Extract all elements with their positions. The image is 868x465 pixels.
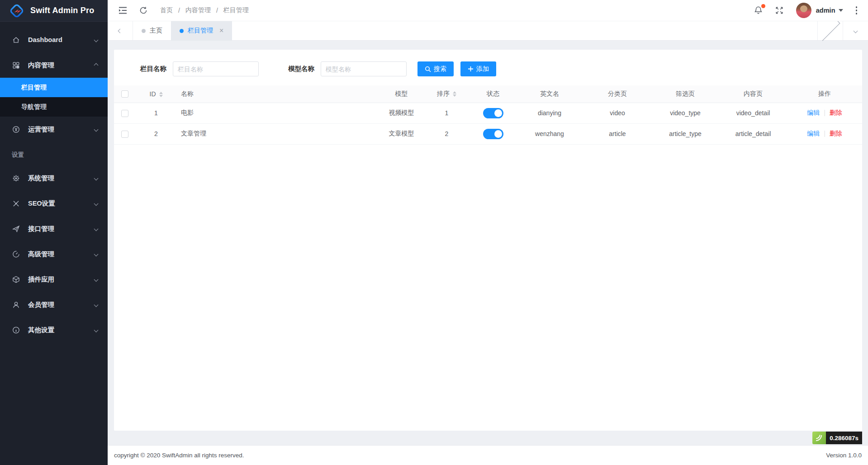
copyright-text: copyright © 2020 SwiftAdmin all rights r… [114, 452, 244, 459]
avatar[interactable] [796, 3, 811, 18]
tabs-dropdown-button[interactable] [843, 21, 868, 40]
plus-icon [468, 66, 474, 72]
chevron-down-icon [94, 302, 99, 307]
chevron-down-icon [94, 252, 99, 256]
sidebar: Swift Admin Pro Dashboard 内容管理 栏目管理 [0, 0, 108, 465]
sidebar-section-settings: 设置 [0, 145, 108, 165]
table-header-row: ID 名称 模型 排序 状态 英文名 分类页 筛选页 内容页 [114, 85, 862, 103]
exec-time-badge[interactable]: 0.286087s [812, 432, 862, 444]
cell-id: 1 [136, 103, 176, 123]
edit-link[interactable]: 编辑 [807, 109, 820, 116]
delete-link[interactable]: 删除 [830, 109, 842, 116]
column-name-label: 栏目名称 [140, 65, 166, 73]
col-header-id[interactable]: ID [136, 85, 176, 103]
select-all-checkbox[interactable] [121, 90, 128, 98]
col-header-status: 状态 [470, 85, 516, 103]
cell-content-page: video_detail [719, 103, 787, 123]
table-row: 2 文章管理 文章模型 2 wenzhang article article_t… [114, 123, 862, 144]
add-button[interactable]: 添加 [460, 61, 496, 76]
model-name-label: 模型名称 [288, 65, 314, 73]
sidebar-item-operation-mgmt[interactable]: 运营管理 [0, 117, 108, 142]
cell-filter-page: video_type [651, 103, 719, 123]
fullscreen-button[interactable] [769, 0, 790, 21]
tabs-scroll-right-button[interactable] [817, 21, 843, 40]
chevron-down-icon [94, 226, 99, 231]
delete-link[interactable]: 删除 [830, 130, 842, 137]
cell-model: 文章模型 [380, 123, 423, 144]
sidebar-item-api-mgmt[interactable]: 接口管理 [0, 216, 108, 241]
tab-column-mgmt[interactable]: 栏目管理 × [171, 21, 232, 40]
sidebar-item-dashboard[interactable]: Dashboard [0, 27, 108, 52]
user-menu-button[interactable]: admin [816, 7, 843, 14]
search-button[interactable]: 搜索 [417, 61, 454, 76]
status-toggle[interactable] [483, 108, 503, 118]
cell-sort: 2 [423, 123, 470, 144]
col-header-en-name: 英文名 [516, 85, 583, 103]
sidebar-item-member-mgmt[interactable]: 会员管理 [0, 292, 108, 317]
breadcrumb-home[interactable]: 首页 [160, 6, 173, 14]
search-form: 栏目名称 模型名称 搜索 添加 [114, 50, 862, 76]
kebab-icon [856, 6, 858, 8]
sidebar-item-advanced-mgmt[interactable]: 高级管理 [0, 241, 108, 267]
col-header-model: 模型 [380, 85, 423, 103]
cell-sort: 1 [423, 103, 470, 123]
sidebar-item-label: Dashboard [28, 36, 62, 43]
tab-dot [142, 29, 146, 33]
app-title: Swift Admin Pro [30, 6, 94, 15]
topbar: 首页 / 内容管理 / 栏目管理 [108, 0, 868, 21]
thinkphp-icon [812, 432, 826, 444]
sort-icon[interactable] [159, 92, 163, 97]
cell-filter-page: article_type [651, 123, 719, 144]
breadcrumb-content-mgmt[interactable]: 内容管理 [185, 6, 211, 14]
row-checkbox[interactable] [121, 131, 128, 138]
data-table: ID 名称 模型 排序 状态 英文名 分类页 筛选页 内容页 [114, 85, 862, 145]
sort-icon[interactable] [453, 91, 456, 97]
column-name-input[interactable] [173, 61, 259, 76]
sidebar-item-other-settings[interactable]: 其他设置 [0, 317, 108, 343]
col-header-content-page: 内容页 [719, 85, 787, 103]
breadcrumb-column-mgmt[interactable]: 栏目管理 [223, 6, 249, 14]
tabs-scroll-left-button[interactable] [108, 21, 133, 40]
user-icon [12, 301, 20, 309]
content-card: 栏目名称 模型名称 搜索 添加 [114, 50, 862, 431]
tab-close-icon[interactable]: × [219, 27, 223, 34]
username: admin [816, 7, 835, 14]
cell-name: 电影 [176, 103, 380, 123]
tab-home[interactable]: 主页 [133, 21, 171, 40]
collapse-menu-icon [119, 7, 127, 14]
sidebar-subitem-column-mgmt[interactable]: 栏目管理 [0, 78, 108, 97]
sidebar-item-system-mgmt[interactable]: 系统管理 [0, 165, 108, 191]
more-options-button[interactable] [853, 4, 860, 17]
sidebar-item-plugins[interactable]: 插件应用 [0, 267, 108, 292]
chevron-down-icon [94, 328, 99, 332]
notification-dot [761, 4, 765, 8]
col-header-actions: 操作 [787, 85, 862, 103]
breadcrumb-separator: / [178, 7, 180, 14]
grid-icon [12, 61, 20, 69]
col-header-sort[interactable]: 排序 [423, 85, 470, 103]
chevron-right-icon [821, 21, 840, 41]
sidebar-item-label: 接口管理 [28, 225, 54, 233]
cell-en-name: dianying [516, 103, 583, 123]
notifications-button[interactable] [748, 0, 769, 21]
chevron-down-icon [94, 176, 99, 180]
model-name-input[interactable] [321, 61, 407, 76]
paper-plane-icon [12, 225, 20, 233]
caret-down-icon [839, 9, 843, 12]
sidebar-item-content-mgmt[interactable]: 内容管理 [0, 52, 108, 78]
sidebar-item-seo-settings[interactable]: SEO设置 [0, 191, 108, 216]
sidebar-subitem-nav-mgmt[interactable]: 导航管理 [0, 97, 108, 117]
home-icon [12, 36, 20, 44]
status-toggle[interactable] [483, 129, 503, 139]
sidebar-item-label: SEO设置 [28, 199, 55, 208]
breadcrumb-separator: / [216, 7, 218, 14]
fullscreen-icon [775, 6, 783, 14]
row-checkbox[interactable] [121, 110, 128, 117]
refresh-button[interactable] [133, 0, 154, 21]
chevron-down-icon [94, 38, 99, 42]
content-mgmt-submenu: 栏目管理 导航管理 [0, 78, 108, 117]
sidebar-collapse-button[interactable] [112, 0, 133, 21]
edit-link[interactable]: 编辑 [807, 130, 820, 137]
chevron-up-icon [94, 63, 99, 67]
chevron-left-icon [118, 28, 123, 33]
